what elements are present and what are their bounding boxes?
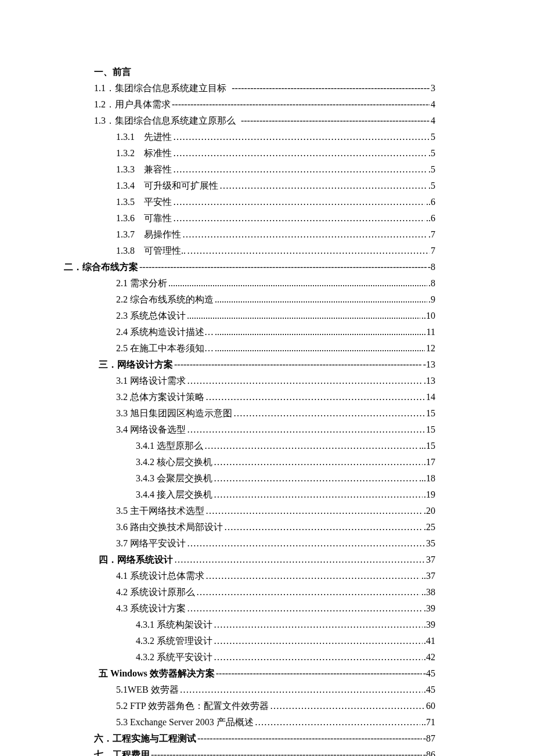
toc-entry: 4.3.1 系统构架设计.39 xyxy=(87,617,435,633)
toc-leader xyxy=(187,243,430,259)
toc-label: 3.2 总体方案设计策略 xyxy=(116,389,204,405)
toc-page-number: .19 xyxy=(424,487,435,503)
toc-leader xyxy=(168,275,427,291)
toc-entry: 5.1WEB 效劳器.45 xyxy=(87,682,435,698)
toc-page-number: 4 xyxy=(431,96,435,113)
toc-label: 1.3.6 可靠性 xyxy=(116,210,172,226)
toc-page-number: .39 xyxy=(424,600,435,617)
toc-page-number: 7 xyxy=(431,243,435,259)
toc-label: 五 Windows 效劳器解决方案 xyxy=(99,665,215,682)
toc-page-number: .9 xyxy=(428,291,435,308)
toc-entry: 2.1 需求分析.8 xyxy=(87,275,435,291)
toc-leader xyxy=(187,600,423,617)
toc-label: 1.2．用户具体需求 xyxy=(94,96,171,113)
toc-entry: 七．工程费用-86 xyxy=(87,747,435,756)
toc-label: 4.3 系统设计方案 xyxy=(116,600,186,617)
toc-entry: 六．工程实施与工程测试-87 xyxy=(87,730,435,747)
toc-label: 二．综合布线方案 xyxy=(64,259,138,275)
toc-leader xyxy=(187,308,420,324)
toc-label: 2.4 系统构造设计描述… xyxy=(116,324,214,340)
toc-entry: 1.3.6 可靠性..6 xyxy=(87,210,435,226)
toc-label: 3.4.1 选型原那么 xyxy=(136,438,203,454)
toc-page-number: .25 xyxy=(424,519,435,535)
toc-leader xyxy=(173,161,427,178)
toc-label: 3.5 主干网络技术选型 xyxy=(116,503,204,519)
toc-label: 4.3.1 系统构架设计 xyxy=(136,617,212,633)
toc-page-number: 3 xyxy=(431,80,435,96)
toc-entry: 3.3 旭日集团园区构造示意图15 xyxy=(87,405,435,422)
toc-entry: 4.3 系统设计方案.39 xyxy=(87,600,435,617)
toc-leader xyxy=(205,568,420,584)
toc-page-number: ...18 xyxy=(419,470,435,487)
toc-label: 3.7 网络平安设计 xyxy=(116,535,186,552)
toc-leader xyxy=(233,405,425,422)
toc-leader xyxy=(214,454,423,470)
toc-entry: 3.5 主干网络技术选型.20 xyxy=(87,503,435,519)
toc-leader xyxy=(174,357,422,373)
toc-label: 4.2 系统设计原那么 xyxy=(116,584,195,600)
toc-entry: 3.4 网络设备选型15 xyxy=(87,422,435,438)
toc-entry: 2.5 在施工中本卷须知…12 xyxy=(87,340,435,357)
toc-leader xyxy=(270,698,425,714)
toc-label: 1.3.5 平安性 xyxy=(116,194,172,210)
toc-label: 1.3.3 兼容性 xyxy=(116,161,172,178)
toc-label: 2.1 需求分析 xyxy=(116,275,167,291)
toc-entry: 3.7 网络平安设计35 xyxy=(87,535,435,552)
toc-entry: 1.3.5 平安性..6 xyxy=(87,194,435,210)
toc-entry: 3.4.2 核心层交换机.17 xyxy=(87,454,435,470)
toc-entry: 1.3.2 标准性.5 xyxy=(87,145,435,161)
toc-leader xyxy=(216,665,422,682)
toc-entry: 五 Windows 效劳器解决方案-45 xyxy=(87,665,435,682)
toc-entry: 四．网络系统设计37 xyxy=(87,552,435,568)
toc-label: 六．工程实施与工程测试 xyxy=(94,730,196,747)
toc-entry: 1.3.7 易操作性.7 xyxy=(87,226,435,243)
toc-label: 2.5 在施工中本卷须知… xyxy=(116,340,214,357)
toc-page-number: 14 xyxy=(426,389,435,405)
toc-leader xyxy=(173,210,425,226)
toc-leader xyxy=(214,649,423,665)
toc-page-number: .5 xyxy=(428,161,435,178)
toc-leader xyxy=(205,389,425,405)
toc-label: 4.3.2 系统平安设计 xyxy=(136,649,212,665)
toc-page-number: .45 xyxy=(424,682,435,698)
toc-page-number: 12 xyxy=(426,340,435,357)
toc-leader xyxy=(172,96,430,113)
toc-leader xyxy=(187,422,425,438)
toc-page-number: 60 xyxy=(426,698,435,714)
toc-label: 3.4 网络设备选型 xyxy=(116,422,186,438)
toc-leader xyxy=(255,714,420,730)
toc-page-number: .8 xyxy=(428,275,435,291)
toc-label: 3.4.4 接入层交换机 xyxy=(136,487,212,503)
toc-leader xyxy=(214,617,423,633)
toc-entry: 1.3.8 可管理性..7 xyxy=(87,243,435,259)
toc-page-number: 5 xyxy=(431,129,435,145)
toc-leader xyxy=(180,682,423,698)
toc-label: 5.1WEB 效劳器 xyxy=(116,682,179,698)
toc-page-number: ..37 xyxy=(421,568,435,584)
toc-page-number: ..10 xyxy=(421,308,435,324)
toc-label: 一、前言 xyxy=(94,64,131,80)
toc-leader xyxy=(214,633,423,649)
toc-label: 3.1 网络设计需求 xyxy=(116,373,186,389)
toc-label: 2.2 综合布线系统的构造 xyxy=(116,291,214,308)
toc-entry: 1.1．集团综合信息系统建立目标3 xyxy=(87,80,435,96)
toc-entry: 1.3.1 先进性5 xyxy=(87,129,435,145)
toc-leader xyxy=(214,487,423,503)
toc-entry: 1.3．集团综合信息系统建立原那么4 xyxy=(87,113,435,129)
toc-entry: 1.2．用户具体需求4 xyxy=(87,96,435,113)
toc-entry: 2.3 系统总体设计..10 xyxy=(87,308,435,324)
toc-page-number: -45 xyxy=(423,665,435,682)
toc-page-number: .5 xyxy=(428,178,435,194)
toc-leader xyxy=(173,145,427,161)
toc-leader xyxy=(215,291,427,308)
toc-page-number: .5 xyxy=(428,145,435,161)
toc-label: 3.4.3 会聚层交换机 xyxy=(136,470,212,487)
toc-page-number: ..71 xyxy=(421,714,435,730)
toc-entry: 二．综合布线方案-8 xyxy=(64,259,435,275)
toc-leader xyxy=(224,519,423,535)
toc-page-number: .13 xyxy=(424,373,435,389)
toc-leader xyxy=(205,503,423,519)
toc-leader xyxy=(151,747,422,756)
toc-leader xyxy=(197,730,422,747)
toc-leader xyxy=(196,584,420,600)
